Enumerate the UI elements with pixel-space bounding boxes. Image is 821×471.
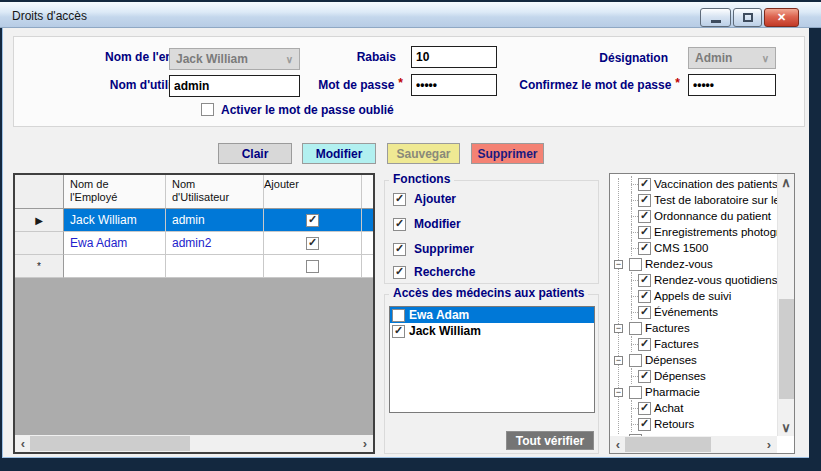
tree-item[interactable]: Vaccination des patients [610, 176, 777, 192]
collapse-icon[interactable]: − [614, 436, 623, 437]
checkbox[interactable] [638, 210, 651, 223]
checkbox[interactable] [638, 226, 651, 239]
checkbox[interactable] [629, 322, 642, 335]
cell-username[interactable] [166, 255, 264, 278]
password-input[interactable] [411, 74, 497, 96]
tree-item[interactable]: Événements [610, 304, 777, 320]
supprimer-button[interactable]: Supprimer [471, 143, 544, 164]
cell-employee[interactable]: Jack William [64, 209, 166, 232]
checkbox[interactable] [393, 193, 406, 206]
collapse-icon[interactable]: − [614, 260, 623, 269]
ajouter-checkbox[interactable] [306, 214, 319, 227]
tree-vertical-scrollbar[interactable]: ∧ ∨ [777, 174, 794, 436]
checkbox[interactable] [638, 274, 651, 287]
checkbox[interactable] [638, 194, 651, 207]
scroll-down-icon[interactable]: ∨ [778, 419, 794, 436]
check-all-button[interactable]: Tout vérifier [506, 431, 594, 450]
fonction-ajouter[interactable]: Ajouter [393, 192, 456, 206]
cell-ajouter[interactable] [264, 209, 362, 232]
tree-item[interactable]: −Pharmacie [610, 384, 777, 400]
close-button[interactable]: ✕ [764, 8, 799, 27]
checkbox[interactable] [638, 402, 651, 415]
grid-corner-cell[interactable] [15, 175, 64, 209]
fonction-supprimer[interactable]: Supprimer [393, 242, 474, 256]
clair-button[interactable]: Clair [218, 143, 292, 164]
list-item[interactable]: Jack William [390, 323, 594, 339]
checkbox[interactable] [638, 242, 651, 255]
rabais-input[interactable] [411, 46, 497, 68]
tree-item[interactable]: Factures [610, 336, 777, 352]
grid-header-ajouter[interactable]: Ajouter [264, 175, 362, 209]
maximize-button[interactable] [733, 8, 762, 27]
tree-item[interactable]: Rendez-vous quotidiens [610, 272, 777, 288]
scrollbar-thumb[interactable] [625, 437, 711, 452]
tree-item[interactable]: Enregistrements photogra [610, 224, 777, 240]
checkbox[interactable] [629, 258, 642, 271]
tree-horizontal-scrollbar[interactable]: ‹ › [610, 436, 777, 453]
checkbox[interactable] [638, 178, 651, 191]
scrollbar-thumb[interactable] [779, 299, 794, 399]
checkbox[interactable] [629, 354, 642, 367]
grid-horizontal-scrollbar[interactable]: ‹ › [15, 435, 373, 452]
sauvegar-button[interactable]: Sauvegar [387, 143, 460, 164]
forgot-password-checkbox[interactable] [201, 103, 214, 116]
tree-item[interactable]: Test de laboratoire sur les [610, 192, 777, 208]
checkbox[interactable] [393, 218, 406, 231]
checkbox[interactable] [629, 434, 642, 437]
scroll-right-icon[interactable]: › [357, 435, 373, 452]
checkbox[interactable] [393, 243, 406, 256]
ajouter-checkbox[interactable] [306, 237, 319, 250]
tree-item[interactable]: Ordonnance du patient [610, 208, 777, 224]
scroll-right-icon[interactable]: › [761, 436, 777, 453]
cell-ajouter[interactable] [264, 255, 362, 278]
cell-employee[interactable]: Ewa Adam [64, 232, 166, 255]
collapse-icon[interactable]: − [614, 324, 623, 333]
cell-ajouter[interactable] [264, 232, 362, 255]
row-header-cell[interactable]: ▶ [15, 232, 64, 255]
tree-item[interactable]: CMS 1500 [610, 240, 777, 256]
tree-item[interactable]: Appels de suivi [610, 288, 777, 304]
minimize-button[interactable] [700, 8, 731, 27]
list-item[interactable]: Ewa Adam [390, 307, 594, 323]
tree-item[interactable]: Dépenses [610, 368, 777, 384]
grid-header-username[interactable]: Nom d'Utilisateur [166, 175, 264, 209]
ajouter-checkbox[interactable] [306, 260, 319, 273]
tree-item[interactable]: −Dépenses [610, 352, 777, 368]
tree-item[interactable]: −Rendez-vous [610, 256, 777, 272]
checkbox[interactable] [638, 338, 651, 351]
table-row-new[interactable]: * [15, 255, 373, 278]
tree-item[interactable]: −Factures [610, 320, 777, 336]
title-bar[interactable]: Droits d'accès [0, 2, 821, 28]
checkbox[interactable] [629, 386, 642, 399]
modifier-button[interactable]: Modifier [302, 143, 376, 164]
checkbox[interactable] [638, 306, 651, 319]
checkbox[interactable] [638, 290, 651, 303]
designation-combobox[interactable]: Admin∨ [688, 47, 776, 69]
doctor-checked-listbox[interactable]: Ewa Adam Jack William [389, 306, 595, 413]
row-header-cell[interactable]: ▶ [15, 209, 64, 232]
checkbox[interactable] [393, 266, 406, 279]
scrollbar-thumb[interactable] [30, 436, 190, 451]
fonction-recherche[interactable]: Recherche [393, 265, 475, 279]
tree-item[interactable]: Retours [610, 416, 777, 432]
employee-combobox[interactable]: Jack William∨ [169, 48, 300, 70]
checkbox[interactable] [638, 370, 651, 383]
tree-item[interactable]: Achat [610, 400, 777, 416]
collapse-icon[interactable]: − [614, 356, 623, 365]
cell-username[interactable]: admin2 [166, 232, 264, 255]
checkbox[interactable] [638, 418, 651, 431]
checkbox[interactable] [392, 325, 405, 338]
row-header-cell[interactable]: * [15, 255, 64, 278]
grid-header-employee[interactable]: Nom de l'Employé [64, 175, 166, 209]
scroll-left-icon[interactable]: ‹ [15, 435, 31, 452]
checkbox[interactable] [392, 309, 405, 322]
cell-username[interactable]: admin [166, 209, 264, 232]
confirm-password-input[interactable] [688, 74, 776, 96]
collapse-icon[interactable]: − [614, 388, 623, 397]
table-row[interactable]: ▶ Jack William admin [15, 209, 373, 232]
fonction-modifier[interactable]: Modifier [393, 217, 461, 231]
scroll-left-icon[interactable]: ‹ [610, 436, 626, 453]
username-input[interactable] [169, 75, 300, 97]
table-row[interactable]: ▶ Ewa Adam admin2 [15, 232, 373, 255]
scroll-up-icon[interactable]: ∧ [778, 174, 794, 191]
